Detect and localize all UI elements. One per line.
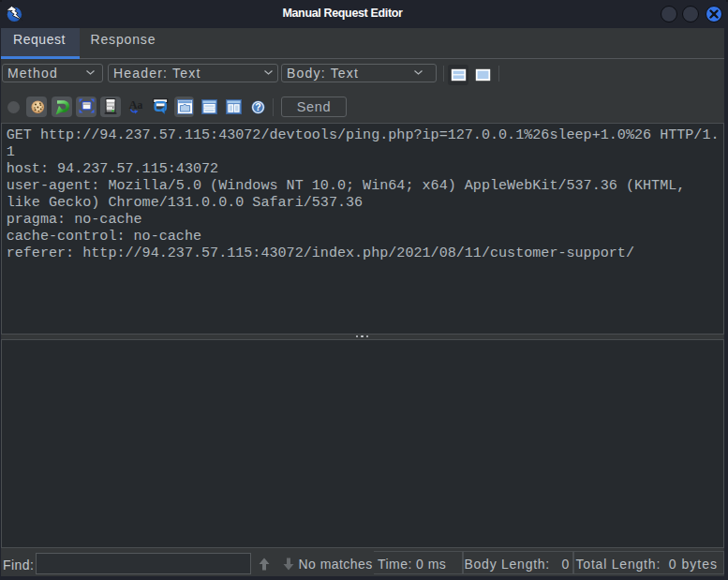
svg-text:?: ? [255, 101, 260, 112]
